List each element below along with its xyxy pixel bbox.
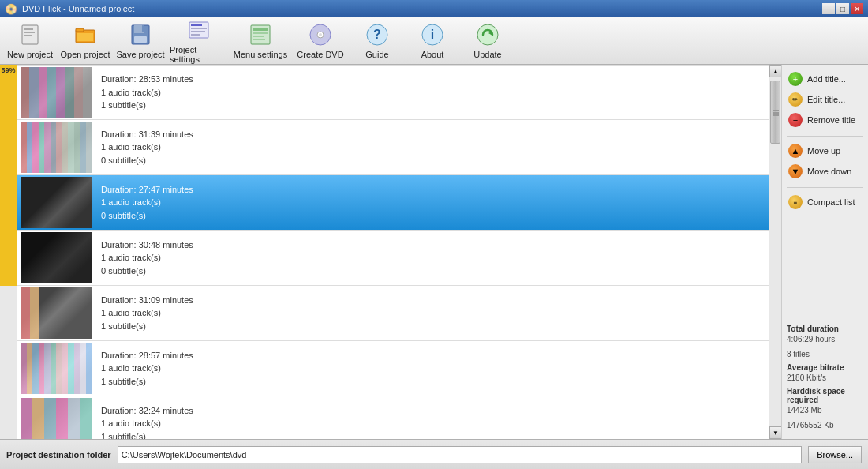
browse-button[interactable]: Browse... [808, 446, 862, 463]
edit-title-button[interactable]: ✏ Edit title... [787, 90, 863, 109]
svg-rect-17 [253, 28, 268, 31]
titlebar-controls: _ □ ✕ [822, 3, 863, 14]
avg-bitrate-value: 2180 Kbit/s [787, 372, 863, 384]
edit-title-icon: ✏ [788, 92, 803, 107]
progress-fill [0, 65, 17, 286]
destination-path-text: C:\Users\Wojtek\Documents\dvd [122, 450, 247, 460]
add-title-button[interactable]: + Add title... [787, 69, 863, 88]
destination-path: C:\Users\Wojtek\Documents\dvd [118, 446, 803, 463]
move-down-icon: ▼ [788, 164, 803, 178]
save-project-button[interactable]: Save project [114, 20, 167, 62]
title-thumbnail [21, 177, 92, 228]
edit-title-label: Edit title... [807, 95, 845, 104]
titles-count: 8 titles [787, 348, 863, 360]
total-duration-label: Total duration [787, 325, 863, 333]
title-info: Duration: 28:53 minutes1 audio track(s)1… [98, 68, 769, 117]
window-title: DVD Flick - Unnamed project [22, 4, 134, 13]
save-project-icon [128, 22, 153, 47]
move-down-label: Move down [807, 167, 851, 176]
app-icon: 📀 [5, 3, 17, 15]
scrollbar-gripper [773, 110, 779, 111]
remove-title-label: Remove title [807, 115, 855, 125]
create-dvd-label: Create DVD [297, 50, 343, 59]
about-button[interactable]: i About [406, 20, 459, 62]
move-up-button[interactable]: ▲ Move up [787, 141, 863, 160]
scrollbar-thumb[interactable] [770, 81, 780, 144]
svg-rect-20 [253, 39, 265, 40]
title-thumbnail [21, 343, 92, 394]
remove-title-icon: − [788, 113, 803, 127]
open-project-button[interactable]: Open project [58, 20, 112, 62]
hdd-mb: 14423 Mb [787, 404, 863, 416]
title-item[interactable]: Duration: 28:57 minutes1 audio track(s)1… [17, 341, 769, 396]
titlebar: 📀 DVD Flick - Unnamed project _ □ ✕ [0, 0, 868, 17]
svg-rect-12 [191, 24, 202, 26]
title-info: Duration: 27:47 minutes1 audio track(s)0… [98, 178, 769, 227]
title-item[interactable]: Duration: 28:53 minutes1 audio track(s)1… [17, 65, 769, 120]
svg-rect-9 [142, 25, 144, 32]
title-info: Duration: 28:57 minutes1 audio track(s)1… [98, 344, 769, 393]
statusbar: Project destination folder C:\Users\Wojt… [0, 439, 868, 469]
title-thumbnail [21, 67, 92, 118]
title-thumbnail [21, 287, 92, 339]
new-project-button[interactable]: New project [3, 20, 57, 62]
maximize-button[interactable]: □ [836, 3, 849, 14]
title-item[interactable]: Duration: 30:48 minutes1 audio track(s)0… [17, 231, 769, 286]
scrollbar-track[interactable] [769, 77, 781, 426]
title-item[interactable]: Duration: 32:24 minutes1 audio track(s)1… [17, 396, 769, 439]
about-label: About [421, 50, 444, 59]
right-panel: + Add title... ✏ Edit title... − Remove … [781, 65, 868, 439]
progress-label: 59% [1, 66, 15, 74]
title-info: Duration: 30:48 minutes1 audio track(s)0… [98, 234, 769, 283]
side-progress-bar: 59% [0, 65, 17, 439]
title-thumbnail [21, 122, 92, 173]
svg-rect-19 [253, 36, 264, 37]
about-icon: i [420, 22, 445, 47]
menu-settings-label: Menu settings [234, 50, 287, 59]
title-item[interactable]: Duration: 31:39 minutes1 audio track(s)0… [17, 120, 769, 175]
save-project-label: Save project [116, 50, 164, 59]
svg-rect-2 [24, 32, 35, 33]
svg-point-23 [319, 33, 322, 36]
svg-rect-10 [134, 36, 147, 43]
open-project-icon [73, 22, 98, 47]
title-info: Duration: 31:39 minutes1 audio track(s)0… [98, 123, 769, 172]
divider [787, 136, 863, 137]
scroll-up-button[interactable]: ▲ [769, 65, 782, 77]
stats-area: Total duration 4:06:29 hours 8 titles Av… [787, 321, 863, 434]
menu-settings-icon [248, 22, 273, 47]
svg-rect-6 [77, 33, 93, 41]
update-button[interactable]: Update [461, 20, 514, 62]
svg-rect-3 [24, 35, 32, 36]
minimize-button[interactable]: _ [822, 3, 835, 14]
svg-text:?: ? [373, 28, 381, 41]
hdd-label: Harddisk space required [787, 387, 863, 404]
divider [787, 187, 863, 188]
compact-list-button[interactable]: ≡ Compact list [787, 193, 863, 212]
title-thumbnail [21, 232, 92, 283]
title-item[interactable]: Duration: 31:09 minutes1 audio track(s)1… [17, 286, 769, 341]
move-up-icon: ▲ [788, 144, 803, 158]
hdd-kb: 14765552 Kb [787, 419, 863, 431]
compact-list-label: Compact list [807, 197, 855, 207]
svg-rect-15 [191, 34, 200, 36]
create-dvd-button[interactable]: Create DVD [292, 20, 349, 62]
move-down-button[interactable]: ▼ Move down [787, 162, 863, 181]
open-project-label: Open project [61, 50, 110, 59]
toolbar: New project Open project Save project [0, 17, 868, 65]
title-info: Duration: 32:24 minutes1 audio track(s)1… [98, 400, 769, 439]
titlebar-left: 📀 DVD Flick - Unnamed project [5, 3, 134, 15]
list-scrollbar: ▲ ▼ [769, 65, 781, 439]
title-list-container: Duration: 28:53 minutes1 audio track(s)1… [17, 65, 769, 439]
add-title-icon: + [788, 72, 803, 86]
close-button[interactable]: ✕ [851, 3, 863, 14]
svg-rect-1 [24, 28, 33, 30]
title-item[interactable]: Duration: 27:47 minutes1 audio track(s)0… [17, 175, 769, 231]
svg-text:i: i [431, 28, 434, 41]
menu-settings-button[interactable]: Menu settings [230, 20, 290, 62]
remove-title-button[interactable]: − Remove title [787, 111, 863, 129]
main-content: 59% Dur [0, 65, 868, 439]
guide-button[interactable]: ? Guide [350, 20, 404, 62]
project-settings-button[interactable]: Project settings [169, 20, 229, 62]
scroll-down-button[interactable]: ▼ [769, 426, 782, 439]
